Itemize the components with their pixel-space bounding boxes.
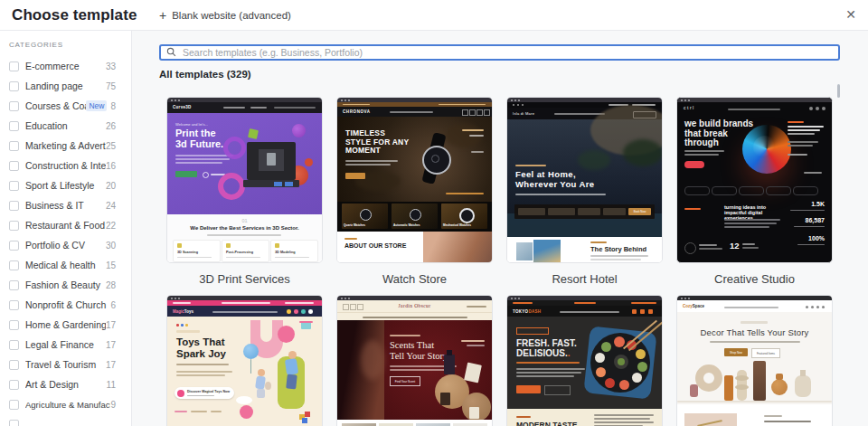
checkbox[interactable] <box>9 101 19 111</box>
checkbox[interactable] <box>9 260 19 270</box>
checkbox[interactable] <box>9 141 19 151</box>
search-input[interactable] <box>159 44 840 61</box>
checkbox[interactable] <box>9 62 19 71</box>
vertical-scrollbar-thumb[interactable] <box>837 84 840 98</box>
template-thumbnail: MagicToys Toys ThatSpark Joy <box>166 295 323 426</box>
thumb-brand: Isla di Mare <box>513 111 534 116</box>
sidebar-item-legal-finance[interactable]: Legal & Finance17 <box>0 335 131 355</box>
sidebar-item-art-design[interactable]: Art & Design11 <box>0 374 131 394</box>
thumb-section: 01 We Deliver the Best Services in 3D Se… <box>167 214 322 262</box>
thumb-brand: Curve3D <box>173 105 192 109</box>
plus-icon: + <box>159 9 166 22</box>
template-thumbnail: CHRONOVA TIMELESS STYLE FOR ANY MOMENT <box>336 97 493 263</box>
thumb-cta-button <box>684 161 704 168</box>
template-thumbnail: CozySpace Decor That Tells Your Story Sh… <box>676 295 833 426</box>
thumb-section: The Story Behind <box>507 237 662 262</box>
checkbox[interactable] <box>9 201 19 211</box>
sidebar-item-sport-lifestyle[interactable]: Sport & Lifestyle20 <box>0 175 131 195</box>
new-badge: New <box>86 100 107 111</box>
thumb-hero: Welcome and let's... Print the3d Future. <box>167 113 322 214</box>
thumb-cta-button <box>175 171 197 177</box>
thumb-stat: 86,587 <box>806 217 825 223</box>
sidebar-item-e-commerce[interactable]: E-commerce33 <box>0 56 131 76</box>
sidebar-item-nonprofit-church[interactable]: Nonprofit & Church6 <box>0 295 131 315</box>
sidebar-item-education[interactable]: Education26 <box>0 116 131 136</box>
thumb-hero: Feel at Home,Wherever You Are Book Now <box>507 119 662 237</box>
sidebar-item-restaurant-food[interactable]: Restaurant & Food22 <box>0 215 131 235</box>
thumb-hero: FRESH. FAST. DELISIOUS.. <box>507 317 662 409</box>
thumb-hero: Toys ThatSpark Joy Discover Magical Toys… <box>167 317 322 426</box>
checkbox[interactable] <box>9 221 19 231</box>
template-card-3d-print-services[interactable]: Curve3D Welcome and let's... Print the3d… <box>166 97 323 295</box>
checkbox[interactable] <box>9 420 19 426</box>
template-thumbnail: Isla di Mare Feel at Home,Wherever You A… <box>506 97 663 263</box>
template-title: Resort Hotel <box>506 263 663 295</box>
checkbox[interactable] <box>9 181 19 191</box>
sidebar-item-construction-interior[interactable]: Construction & Interior16 <box>0 156 131 175</box>
blank-website-label: Blank website (advanced) <box>172 10 291 21</box>
thumb-cta-button: Shop Now <box>724 348 748 356</box>
template-card-perfume[interactable]: Jardin Obscur Scents ThatTell Your Story… <box>336 295 493 426</box>
thumb-cta-button: Find Your Scent <box>390 376 420 386</box>
template-card-creative-studio[interactable]: ctrl we build brands that break through <box>676 97 833 295</box>
thumb-cta-button <box>516 385 541 393</box>
templates-main-area: All templates (329) Curve3D Welcome and … <box>132 31 868 426</box>
checkbox[interactable] <box>9 360 19 370</box>
sidebar-item-marketing-advertising[interactable]: Marketing & Advertising25 <box>0 136 131 156</box>
thumb-stat: 100% <box>808 235 825 241</box>
thumb-brand: CHRONOVA <box>343 109 371 114</box>
thumb-years: 12 <box>730 241 740 251</box>
template-card-resort-hotel[interactable]: Isla di Mare Feel at Home,Wherever You A… <box>506 97 663 295</box>
sidebar-item-landing-page[interactable]: Landing page75 <box>0 76 131 96</box>
thumb-hero: TIMELESS STYLE FOR ANY MOMENT <box>337 117 492 202</box>
thumb-secondary-button <box>544 385 571 395</box>
search-bar <box>159 43 840 60</box>
sidebar-item-agriculture-manufacturing[interactable]: Agriculture & Manufacturing9 <box>0 394 131 414</box>
sidebar-item-home-gardening[interactable]: Home & Gardening17 <box>0 315 131 335</box>
template-card-watch-store[interactable]: CHRONOVA TIMELESS STYLE FOR ANY MOMENT <box>336 97 493 295</box>
thumb-section: MODERN TASTE <box>507 409 662 426</box>
checkbox[interactable] <box>9 241 19 251</box>
thumb-hero-heading: we build brands that break through <box>684 119 762 148</box>
thumb-orange-dot: . <box>568 348 571 358</box>
sidebar-item-portfolio-cv[interactable]: Portfolio & CV30 <box>0 235 131 255</box>
checkbox[interactable] <box>9 280 19 290</box>
template-title: Creative Studio <box>676 263 833 295</box>
template-thumbnail: TOKYODASH FRESH. FAST. DELISIOUS.. <box>506 295 663 426</box>
checkbox[interactable] <box>9 300 19 310</box>
thumb-section <box>677 404 832 426</box>
thumb-bottom-strip <box>337 420 492 426</box>
checkbox[interactable] <box>9 400 19 410</box>
sidebar-item-business-it[interactable]: Business & IT24 <box>0 195 131 215</box>
template-card-decor[interactable]: CozySpace Decor That Tells Your Story Sh… <box>676 295 833 426</box>
checkbox[interactable] <box>9 340 19 350</box>
categories-sidebar: CATEGORIES E-commerce33 Landing page75 C… <box>0 31 132 426</box>
sidebar-item-partial[interactable] <box>0 414 131 426</box>
sidebar-item-medical-health[interactable]: Medical & health15 <box>0 255 131 275</box>
thumb-3d-printer <box>247 142 296 180</box>
close-icon[interactable]: ✕ <box>843 6 859 23</box>
thumb-section: ABOUT OUR STORE <box>337 232 492 262</box>
sidebar-item-courses-coaching[interactable]: Courses & CoachingNew8 <box>0 96 131 116</box>
checkbox[interactable] <box>9 121 19 131</box>
checkbox[interactable] <box>9 380 19 390</box>
templates-grid: Curve3D Welcome and let's... Print the3d… <box>166 97 833 426</box>
thumb-hero: Decor That Tells Your Story Shop Now Fea… <box>677 312 832 404</box>
page-title: Choose template <box>12 0 137 30</box>
thumb-secondary-button: Featured Items <box>751 348 780 358</box>
thumb-cta-button <box>345 173 365 179</box>
template-card-sushi[interactable]: TOKYODASH FRESH. FAST. DELISIOUS.. <box>506 295 663 426</box>
thumb-stat: 1.5K <box>811 201 825 207</box>
checkbox[interactable] <box>9 81 19 91</box>
checkbox[interactable] <box>9 320 19 330</box>
blank-website-button[interactable]: + Blank website (advanced) <box>159 0 291 30</box>
thumb-cta-button: Discover Magical Toys Now <box>175 387 234 399</box>
dialog-header: Choose template + Blank website (advance… <box>0 0 868 31</box>
template-thumbnail: Jardin Obscur Scents ThatTell Your Story… <box>336 295 493 426</box>
checkbox[interactable] <box>9 161 19 171</box>
sidebar-item-fashion-beauty[interactable]: Fashion & Beauty28 <box>0 275 131 295</box>
sidebar-item-travel-tourism[interactable]: Travel & Tourism17 <box>0 355 131 374</box>
thumb-brand: ctrl <box>684 105 695 110</box>
template-card-toys[interactable]: MagicToys Toys ThatSpark Joy <box>166 295 323 426</box>
template-thumbnail: Curve3D Welcome and let's... Print the3d… <box>166 97 323 263</box>
